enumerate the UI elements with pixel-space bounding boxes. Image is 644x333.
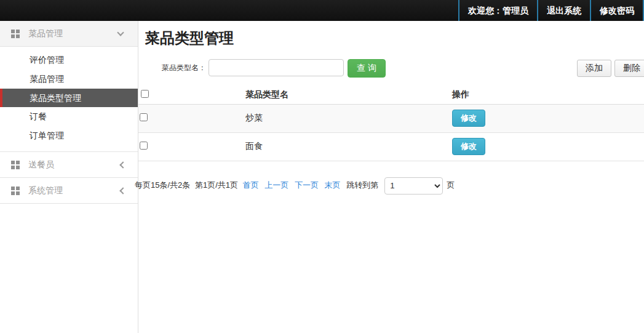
page-title: 菜品类型管理	[145, 28, 234, 48]
sidebar-item-dish-mgmt[interactable]: 菜品管理	[0, 70, 138, 89]
row-checkbox[interactable]	[140, 142, 148, 150]
grid-icon	[11, 187, 15, 190]
first-page-link[interactable]: 首页	[243, 180, 259, 190]
page-position: 第1页/共1页	[195, 180, 238, 190]
sidebar-group-label: 送餐员	[28, 159, 121, 171]
delete-button[interactable]: 删除	[614, 60, 644, 77]
chevron-down-icon	[117, 29, 124, 36]
grid-icon	[11, 30, 15, 33]
add-button[interactable]: 添加	[577, 60, 611, 77]
column-header-action: 操作	[452, 86, 644, 104]
query-button[interactable]: 查 询	[348, 59, 386, 78]
modify-button[interactable]: 修改	[452, 110, 485, 127]
sidebar-group-label: 菜品管理	[28, 28, 118, 39]
welcome-text: 欢迎您：管理员	[458, 0, 538, 21]
sidebar-item-order-food[interactable]: 订餐	[0, 107, 138, 126]
sidebar-item-order-mgmt[interactable]: 订单管理	[0, 126, 138, 145]
logout-button[interactable]: 退出系统	[538, 0, 591, 21]
table-header-row: 菜品类型名 操作	[138, 86, 644, 104]
sidebar-group-dish-mgmt[interactable]: 菜品管理	[0, 21, 138, 47]
dish-type-table: 菜品类型名 操作 炒菜 修改 面食 修改	[138, 86, 644, 161]
column-header-name: 菜品类型名	[240, 86, 452, 104]
prev-page-link[interactable]: 上一页	[264, 180, 288, 190]
chevron-left-icon	[119, 187, 126, 194]
sidebar-group-label: 系统管理	[28, 185, 121, 196]
table-row: 面食 修改	[138, 132, 644, 161]
next-page-link[interactable]: 下一页	[295, 180, 319, 190]
grid-icon	[11, 161, 15, 164]
main-content: 菜品类型管理 菜品类型名： 查 询 添加 删除 菜品类型名 操作	[138, 21, 644, 333]
row-checkbox[interactable]	[140, 113, 148, 121]
jump-prefix: 跳转到第	[346, 180, 378, 190]
search-label: 菜品类型名：	[138, 58, 206, 77]
change-password-button[interactable]: 修改密码	[591, 0, 644, 21]
dish-type-name: 炒菜	[240, 104, 452, 132]
per-page-summary: 每页15条/共2条	[135, 180, 190, 190]
modify-button[interactable]: 修改	[452, 138, 485, 155]
sidebar-submenu-dish-mgmt: 评价管理 菜品管理 菜品类型管理 订餐 订单管理	[0, 47, 138, 152]
dish-type-name: 面食	[240, 132, 452, 161]
jump-suffix: 页	[447, 180, 455, 190]
sidebar-item-review-mgmt[interactable]: 评价管理	[0, 50, 138, 70]
pagination: 每页15条/共2条 第1页/共1页 首页 上一页 下一页 末页 跳转到第 1 页	[135, 176, 644, 195]
chevron-left-icon	[119, 161, 126, 168]
select-all-checkbox[interactable]	[141, 90, 149, 98]
sidebar: 菜品管理 评价管理 菜品管理 菜品类型管理 订餐 订单管理 送餐员 系统管理	[0, 21, 138, 333]
last-page-link[interactable]: 末页	[325, 180, 341, 190]
sidebar-item-dish-type-mgmt[interactable]: 菜品类型管理	[0, 89, 138, 107]
dish-type-name-input[interactable]	[209, 59, 344, 76]
table-row: 炒菜 修改	[138, 104, 644, 132]
page-select[interactable]: 1	[384, 177, 443, 195]
sidebar-group-system[interactable]: 系统管理	[0, 178, 138, 204]
topbar: 欢迎您：管理员 退出系统 修改密码	[0, 0, 644, 21]
sidebar-group-delivery[interactable]: 送餐员	[0, 152, 138, 178]
toolbar: 添加 删除	[577, 60, 644, 77]
